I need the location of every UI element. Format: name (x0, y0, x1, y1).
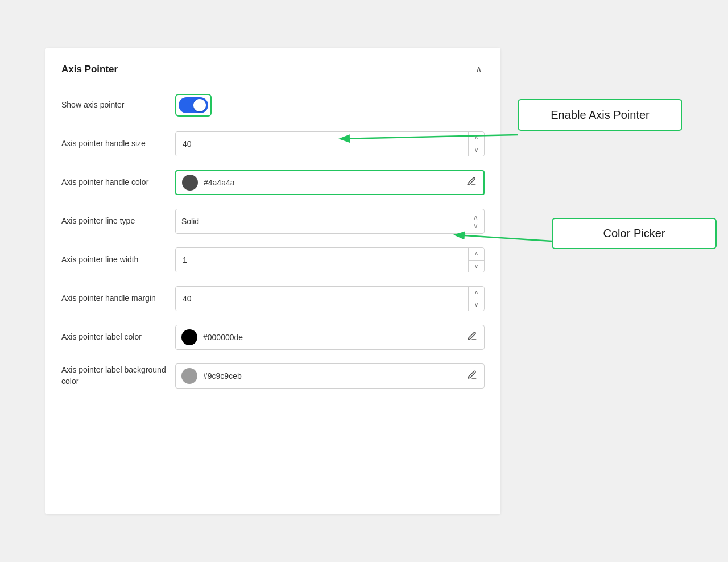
color-hex-handle-color: #4a4a4a (204, 178, 460, 187)
label-show-axis-pointer: Show axis pointer (61, 100, 175, 111)
setting-row-show-axis-pointer: Show axis pointer (61, 90, 485, 120)
handle-size-input[interactable] (176, 132, 468, 156)
control-line-type: Solid ∧ ∨ (175, 209, 485, 234)
callout-color-picker: Color Picker (552, 218, 717, 249)
handle-size-spinners: ∧ ∨ (468, 132, 484, 156)
handle-margin-spinners: ∧ ∨ (468, 287, 484, 311)
color-picker-button-handle-color[interactable] (465, 175, 478, 190)
label-line-type: Axis pointer line type (61, 216, 175, 227)
control-handle-size: ∧ ∨ (175, 131, 485, 156)
handle-margin-decrement[interactable]: ∨ (469, 299, 484, 311)
color-input-handle-color: #4a4a4a (175, 170, 485, 195)
section-header: Axis Pointer ∧ (61, 61, 485, 77)
section-title: Axis Pointer (61, 64, 118, 75)
color-swatch-handle-color (182, 175, 198, 191)
color-swatch-label-color (181, 329, 197, 345)
select-line-type[interactable]: Solid ∧ ∨ (175, 209, 485, 234)
control-handle-margin: ∧ ∨ (175, 286, 485, 311)
toggle-slider (179, 97, 208, 113)
color-hex-label-bg-color: #9c9c9ceb (203, 371, 460, 381)
toggle-highlight-box (175, 94, 212, 117)
control-show-axis-pointer (175, 94, 485, 117)
label-label-color: Axis pointer label color (61, 332, 175, 343)
handle-size-decrement[interactable]: ∨ (469, 144, 484, 156)
label-handle-color: Axis pointer handle color (61, 177, 175, 188)
number-input-line-width: ∧ ∨ (175, 247, 485, 272)
line-width-increment[interactable]: ∧ (469, 248, 484, 261)
collapse-button[interactable]: ∧ (473, 61, 485, 77)
select-line-type-value: Solid (181, 217, 473, 226)
line-width-input[interactable] (176, 248, 468, 272)
control-line-width: ∧ ∨ (175, 247, 485, 272)
color-swatch-label-bg-color (181, 368, 197, 384)
color-picker-button-label-bg-color[interactable] (466, 369, 478, 383)
label-label-bg-color: Axis pointer label background color (61, 365, 175, 387)
setting-row-line-type: Axis pointer line type Solid ∧ ∨ (61, 206, 485, 236)
callout-enable-axis-pointer: Enable Axis Pointer (518, 99, 682, 131)
setting-row-handle-margin: Axis pointer handle margin ∧ ∨ (61, 284, 485, 313)
handle-size-increment[interactable]: ∧ (469, 132, 484, 144)
handle-margin-increment[interactable]: ∧ (469, 287, 484, 299)
setting-row-label-color: Axis pointer label color #000000de (61, 323, 485, 352)
settings-panel: Axis Pointer ∧ Show axis pointer Axis po… (46, 48, 500, 514)
section-divider (136, 69, 464, 69)
color-picker-button-label-color[interactable] (466, 330, 478, 345)
line-width-decrement[interactable]: ∨ (469, 261, 484, 272)
control-label-color: #000000de (175, 325, 485, 350)
toggle-switch-show-axis-pointer[interactable] (179, 97, 208, 113)
main-container: Axis Pointer ∧ Show axis pointer Axis po… (23, 25, 705, 537)
line-width-spinners: ∧ ∨ (468, 248, 484, 272)
select-arrow-icon: ∧ ∨ (473, 213, 478, 230)
number-input-handle-margin: ∧ ∨ (175, 286, 485, 311)
handle-margin-input[interactable] (176, 287, 468, 311)
label-handle-margin: Axis pointer handle margin (61, 293, 175, 304)
control-handle-color: #4a4a4a (175, 170, 485, 195)
setting-row-line-width: Axis pointer line width ∧ ∨ (61, 245, 485, 275)
setting-row-label-bg-color: Axis pointer label background color #9c9… (61, 361, 485, 391)
color-input-label-color: #000000de (175, 325, 485, 350)
control-label-bg-color: #9c9c9ceb (175, 363, 485, 389)
label-line-width: Axis pointer line width (61, 254, 175, 266)
label-handle-size: Axis pointer handle size (61, 138, 175, 150)
setting-row-handle-color: Axis pointer handle color #4a4a4a (61, 168, 485, 197)
setting-row-handle-size: Axis pointer handle size ∧ ∨ (61, 129, 485, 159)
color-input-label-bg-color: #9c9c9ceb (175, 363, 485, 389)
number-input-handle-size: ∧ ∨ (175, 131, 485, 156)
color-hex-label-color: #000000de (203, 333, 460, 342)
